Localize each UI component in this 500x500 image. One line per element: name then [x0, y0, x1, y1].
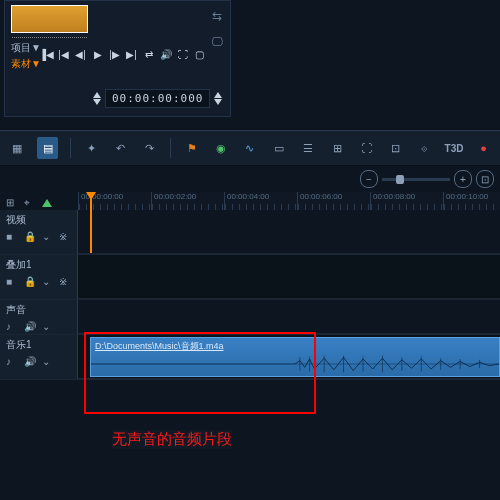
t3d-button[interactable]: T3D — [445, 139, 463, 157]
monitor-button[interactable]: ▢ — [194, 49, 205, 60]
zoom-control: − + ⊡ — [360, 168, 494, 190]
volume-icon[interactable]: 🔊 — [24, 356, 36, 368]
camera-icon[interactable]: ■ — [6, 231, 18, 243]
track-voice: 声音 ♪ 🔊 ⌄ — [0, 300, 500, 335]
storyboard-view-button[interactable]: ▤ — [37, 137, 58, 159]
expand-icon[interactable]: ⌄ — [42, 276, 54, 288]
track-music1: 音乐1 ♪ 🔊 ⌄ D:\Documents\Music\音频1.m4a — [0, 335, 500, 380]
track-body[interactable]: D:\Documents\Music\音频1.m4a — [78, 335, 500, 379]
tc-up-button[interactable] — [93, 92, 101, 98]
camera-icon[interactable]: ■ — [6, 276, 18, 288]
audio-clip[interactable]: D:\Documents\Music\音频1.m4a — [90, 337, 500, 377]
lock-icon[interactable]: 🔒 — [24, 276, 36, 288]
ruler-tick: 00:00:10:00 — [443, 192, 500, 210]
snap-controls: ⊞ ⌖ — [6, 197, 52, 209]
shuffle-icon[interactable]: ⇆ — [210, 9, 224, 23]
lock-icon[interactable]: 🔒 — [24, 231, 36, 243]
volume-button[interactable]: 🔊 — [160, 49, 171, 60]
time-ruler[interactable]: 00:00:00:00 00:00:02:00 00:00:04:00 00:0… — [78, 192, 500, 211]
preview-thumb[interactable] — [11, 5, 88, 33]
expand-icon[interactable]: ⌄ — [42, 356, 54, 368]
track-body[interactable] — [78, 210, 500, 254]
clip-filename: D:\Documents\Music\音频1.m4a — [91, 338, 499, 355]
play-button[interactable]: ▶ — [92, 49, 103, 60]
zoom-fit-button[interactable]: ⊡ — [476, 170, 494, 188]
main-toolbar: ▦ ▤ ✦ ↶ ↷ ⚑ ◉ ∿ ▭ ☰ ⊞ ⛶ ⊡ ⟐ T3D ● — [0, 130, 500, 166]
waveform — [91, 354, 499, 374]
zoom-in-button[interactable]: + — [454, 170, 472, 188]
track-label: 音乐1 — [6, 338, 71, 352]
redo-button[interactable]: ↷ — [141, 139, 158, 157]
music-icon[interactable]: ♪ — [6, 321, 18, 333]
sync-button[interactable]: ∿ — [241, 139, 258, 157]
material-dropdown[interactable]: 素材▼ — [11, 57, 41, 71]
list-button[interactable]: ☰ — [300, 139, 317, 157]
ruler-tick: 00:00:06:00 — [297, 192, 370, 210]
music-icon[interactable]: ♪ — [6, 356, 18, 368]
playhead-marker-icon[interactable] — [42, 199, 52, 207]
select-button[interactable]: ⛶ — [358, 139, 375, 157]
expand-icon[interactable]: ⌄ — [42, 321, 54, 333]
crop-button[interactable]: ⟐ — [416, 139, 433, 157]
track-body[interactable] — [78, 255, 500, 299]
ruler-tick: 00:00:08:00 — [370, 192, 443, 210]
ruler-tick: 00:00:02:00 — [151, 192, 224, 210]
timeline-tracks: 视频 ■ 🔒 ⌄ ※ 叠加1 ■ 🔒 ⌄ ※ — [0, 210, 500, 500]
fx-button[interactable]: ✦ — [83, 139, 100, 157]
loop-button[interactable]: ⇄ — [143, 49, 154, 60]
snapgrid-button[interactable]: ⊞ — [6, 197, 18, 209]
next-frame-button[interactable]: ▶| — [126, 49, 137, 60]
tc-down-button[interactable] — [93, 99, 101, 105]
playback-bar: ▐◀ |◀ ◀| ▶ |▶ ▶| ⇄ 🔊 ⛶ ▢ — [41, 49, 205, 60]
magnet-button[interactable]: ⌖ — [24, 197, 36, 209]
undo-button[interactable]: ↶ — [112, 139, 129, 157]
track-label: 视频 — [6, 213, 71, 227]
box-button[interactable]: ▭ — [271, 139, 288, 157]
zoom-out-button[interactable]: − — [360, 170, 378, 188]
annotation-text: 无声音的音频片段 — [112, 430, 232, 449]
next-button[interactable]: |▶ — [109, 49, 120, 60]
playhead[interactable] — [90, 192, 92, 253]
fx-icon[interactable]: ※ — [59, 276, 71, 288]
zoom-slider[interactable] — [382, 178, 450, 181]
screen-icon[interactable]: 🖵 — [210, 35, 224, 49]
film-view-button[interactable]: ▦ — [8, 139, 25, 157]
track-overlay1: 叠加1 ■ 🔒 ⌄ ※ — [0, 255, 500, 300]
volume-icon[interactable]: 🔊 — [24, 321, 36, 333]
ruler-tick: 00:00:04:00 — [224, 192, 297, 210]
tc-up2-button[interactable] — [214, 92, 222, 98]
timecode-display[interactable]: 00:00:00:000 — [105, 89, 210, 108]
grid-button[interactable]: ⊞ — [329, 139, 346, 157]
fullscreen-button[interactable]: ⛶ — [177, 49, 188, 60]
zoom-handle[interactable] — [396, 175, 404, 184]
color-button[interactable]: ◉ — [212, 139, 229, 157]
marker-button[interactable]: ⚑ — [183, 139, 200, 157]
track-body[interactable] — [78, 300, 500, 334]
fit-button[interactable]: ⊡ — [387, 139, 404, 157]
prev-button[interactable]: ◀| — [75, 49, 86, 60]
prev-frame-button[interactable]: |◀ — [58, 49, 69, 60]
project-dropdown[interactable]: 项目▼ — [11, 41, 41, 55]
rewind-button[interactable]: ▐◀ — [41, 49, 52, 60]
track-label: 叠加1 — [6, 258, 71, 272]
fx-icon[interactable]: ※ — [59, 231, 71, 243]
track-label: 声音 — [6, 303, 71, 317]
expand-icon[interactable]: ⌄ — [42, 231, 54, 243]
preview-panel: 项目▼ 素材▼ ▐◀ |◀ ◀| ▶ |▶ ▶| ⇄ 🔊 ⛶ ▢ ⇆ 🖵 00:… — [4, 0, 231, 117]
tc-down2-button[interactable] — [214, 99, 222, 105]
track-video: 视频 ■ 🔒 ⌄ ※ — [0, 210, 500, 255]
record-button[interactable]: ● — [475, 139, 492, 157]
